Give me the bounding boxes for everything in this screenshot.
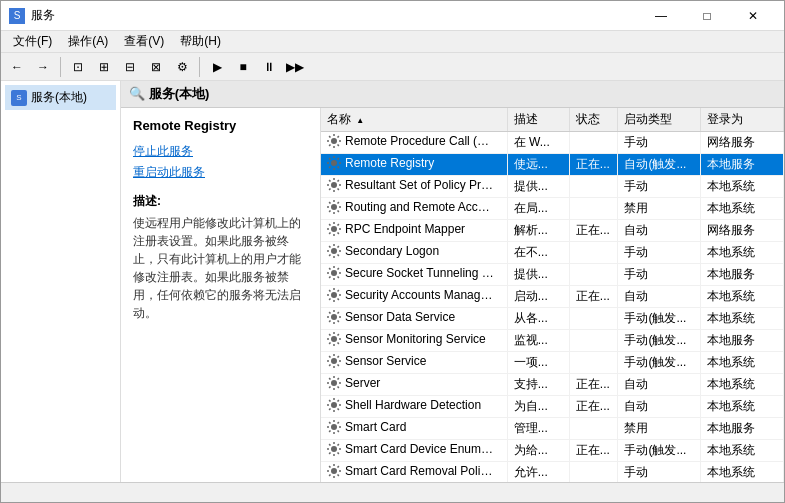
stop-service-link[interactable]: 停止此服务	[133, 143, 308, 160]
service-desc-cell: 一项...	[507, 352, 569, 374]
service-table-wrapper[interactable]: 名称 ▲ 描述 状态 启动类型 登录为 Remote Procedure Cal…	[321, 108, 784, 482]
table-row[interactable]: Sensor Monitoring Service监视...手动(触发...本地…	[321, 330, 784, 352]
gear-icon	[327, 156, 341, 170]
table-row[interactable]: Remote Procedure Call (…在 W...手动网络服务	[321, 132, 784, 154]
sort-arrow-name: ▲	[356, 116, 364, 125]
back-button[interactable]: ←	[5, 55, 29, 79]
col-startup[interactable]: 启动类型	[618, 108, 701, 132]
svg-point-6	[331, 270, 337, 276]
service-desc-cell: 提供...	[507, 176, 569, 198]
service-desc-cell: 在不...	[507, 242, 569, 264]
service-status-cell: 正在...	[569, 396, 618, 418]
main-content: S 服务(本地) 🔍 服务(本地) Remote Registry 停止此服务 …	[1, 81, 784, 482]
table-row[interactable]: Secure Socket Tunneling …提供...手动本地服务	[321, 264, 784, 286]
service-desc-cell: 管理...	[507, 418, 569, 440]
desc-label: 描述:	[133, 193, 308, 210]
services-icon: S	[11, 90, 27, 106]
service-name-cell: Routing and Remote Acc…	[321, 198, 507, 220]
svg-point-15	[331, 468, 337, 474]
gear-icon	[327, 376, 341, 390]
service-logon-cell: 本地服务	[701, 330, 784, 352]
gear-icon	[327, 464, 341, 478]
maximize-button[interactable]: □	[684, 1, 730, 31]
service-desc-cell: 为自...	[507, 396, 569, 418]
forward-button[interactable]: →	[31, 55, 55, 79]
pause-button[interactable]: ⏸	[257, 55, 281, 79]
table-row[interactable]: Resultant Set of Policy Pr…提供...手动本地系统	[321, 176, 784, 198]
content-area: Remote Registry 停止此服务 重启动此服务 描述: 使远程用户能修…	[121, 108, 784, 482]
minimize-button[interactable]: —	[638, 1, 684, 31]
table-row[interactable]: Smart Card Device Enum…为给...正在...手动(触发..…	[321, 440, 784, 462]
service-status-cell	[569, 418, 618, 440]
table-row[interactable]: Smart Card管理...禁用本地服务	[321, 418, 784, 440]
svg-point-9	[331, 336, 337, 342]
table-row[interactable]: RPC Endpoint Mapper解析...正在...自动网络服务	[321, 220, 784, 242]
service-logon-cell: 本地系统	[701, 242, 784, 264]
menu-help[interactable]: 帮助(H)	[172, 31, 229, 52]
toolbar-btn-1[interactable]: ⊡	[66, 55, 90, 79]
service-name-cell: Remote Registry	[321, 154, 507, 176]
table-row[interactable]: Shell Hardware Detection为自...正在...自动本地系统	[321, 396, 784, 418]
service-startup-cell: 手动	[618, 132, 701, 154]
menu-file[interactable]: 文件(F)	[5, 31, 60, 52]
service-logon-cell: 本地系统	[701, 176, 784, 198]
table-row[interactable]: Smart Card Removal Poli…允许...手动本地系统	[321, 462, 784, 483]
service-startup-cell: 手动(触发...	[618, 330, 701, 352]
service-startup-cell: 手动	[618, 462, 701, 483]
col-desc[interactable]: 描述	[507, 108, 569, 132]
toolbar-btn-2[interactable]: ⊞	[92, 55, 116, 79]
stop-button[interactable]: ■	[231, 55, 255, 79]
toolbar-btn-5[interactable]: ⚙	[170, 55, 194, 79]
gear-icon	[327, 288, 341, 302]
restart-service-link[interactable]: 重启动此服务	[133, 164, 308, 181]
sidebar-item-local-services[interactable]: S 服务(本地)	[5, 85, 116, 110]
table-header-row: 名称 ▲ 描述 状态 启动类型 登录为	[321, 108, 784, 132]
restart-button[interactable]: ▶▶	[283, 55, 307, 79]
table-row[interactable]: Routing and Remote Acc…在局...禁用本地系统	[321, 198, 784, 220]
service-desc-cell: 允许...	[507, 462, 569, 483]
table-row[interactable]: Sensor Service一项...手动(触发...本地系统	[321, 352, 784, 374]
svg-point-4	[331, 226, 337, 232]
menu-view[interactable]: 查看(V)	[116, 31, 172, 52]
table-row[interactable]: Sensor Data Service从各...手动(触发...本地系统	[321, 308, 784, 330]
col-name[interactable]: 名称 ▲	[321, 108, 507, 132]
svg-point-0	[331, 138, 337, 144]
status-bar	[1, 482, 784, 502]
table-row[interactable]: Secondary Logon在不...手动本地系统	[321, 242, 784, 264]
svg-point-7	[331, 292, 337, 298]
col-logon[interactable]: 登录为	[701, 108, 784, 132]
service-name-cell: Smart Card Removal Poli…	[321, 462, 507, 483]
window-controls: — □ ✕	[638, 1, 776, 31]
service-desc-cell: 从各...	[507, 308, 569, 330]
service-startup-cell: 手动(触发...	[618, 352, 701, 374]
service-status-cell	[569, 352, 618, 374]
sidebar: S 服务(本地)	[1, 81, 121, 482]
toolbar-btn-4[interactable]: ⊠	[144, 55, 168, 79]
service-startup-cell: 自动	[618, 286, 701, 308]
service-startup-cell: 手动	[618, 176, 701, 198]
start-button[interactable]: ▶	[205, 55, 229, 79]
close-button[interactable]: ✕	[730, 1, 776, 31]
service-name-cell: Sensor Data Service	[321, 308, 507, 330]
col-status[interactable]: 状态	[569, 108, 618, 132]
table-row[interactable]: Server支持...正在...自动本地系统	[321, 374, 784, 396]
service-status-cell: 正在...	[569, 440, 618, 462]
service-desc-cell: 解析...	[507, 220, 569, 242]
service-description: 使远程用户能修改此计算机上的注册表设置。如果此服务被终止，只有此计算机上的用户才…	[133, 214, 308, 322]
service-startup-cell: 手动	[618, 242, 701, 264]
menu-action[interactable]: 操作(A)	[60, 31, 116, 52]
title-bar: S 服务 — □ ✕	[1, 1, 784, 31]
service-status-cell: 正在...	[569, 220, 618, 242]
service-logon-cell: 本地系统	[701, 374, 784, 396]
gear-icon	[327, 310, 341, 324]
service-logon-cell: 本地系统	[701, 308, 784, 330]
service-desc-cell: 启动...	[507, 286, 569, 308]
service-startup-cell: 自动	[618, 374, 701, 396]
table-row[interactable]: Remote Registry使远...正在...自动(触发...本地服务	[321, 154, 784, 176]
service-startup-cell: 自动(触发...	[618, 154, 701, 176]
service-logon-cell: 本地系统	[701, 286, 784, 308]
service-status-cell	[569, 242, 618, 264]
toolbar-btn-3[interactable]: ⊟	[118, 55, 142, 79]
table-row[interactable]: Security Accounts Manag…启动...正在...自动本地系统	[321, 286, 784, 308]
service-name-cell: Secure Socket Tunneling …	[321, 264, 507, 286]
